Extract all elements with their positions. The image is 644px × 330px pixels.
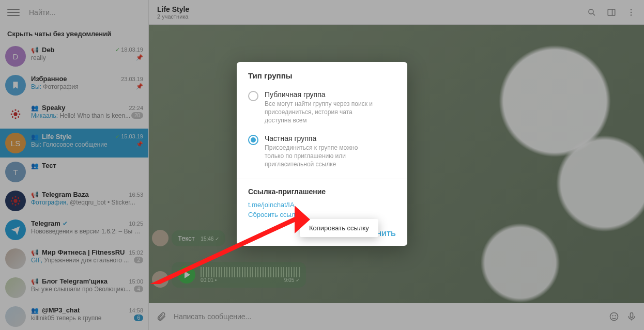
invite-link[interactable]: t.me/joinchat/IA <box>237 200 407 210</box>
invite-link-heading: Ссылка-приглашение <box>237 179 407 200</box>
radio-icon[interactable] <box>248 135 258 145</box>
context-menu: Копировать ссылку <box>300 219 378 237</box>
radio-icon[interactable] <box>248 91 258 101</box>
reset-link[interactable]: Сбросить ссыл <box>237 210 407 219</box>
modal-title: Тип группы <box>237 62 407 87</box>
option-title: Публичная группа <box>265 90 378 99</box>
group-type-modal: Тип группы Публичная группа Все могут на… <box>237 62 407 246</box>
option-desc: Все могут найти группу через поиск и при… <box>265 100 378 125</box>
option-desc: Присоединиться к группе можно только по … <box>265 144 378 169</box>
option-private-group[interactable]: Частная группа Присоединиться к группе м… <box>237 131 407 175</box>
context-menu-copy-link[interactable]: Копировать ссылку <box>309 224 369 232</box>
option-title: Частная группа <box>265 134 378 143</box>
option-public-group[interactable]: Публичная группа Все могут найти группу … <box>237 87 407 131</box>
app-root: Найти... Скрыть чаты без уведомлений D📢D… <box>0 0 644 330</box>
